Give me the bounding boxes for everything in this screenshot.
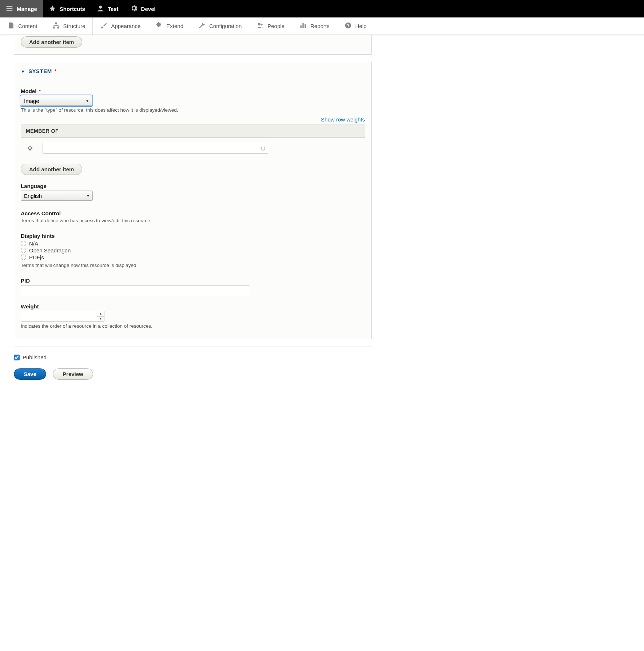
toolbar-sub: Content Structure Appearance Extend Conf…: [0, 17, 644, 35]
required-marker: *: [39, 88, 41, 94]
nav-extend-label: Extend: [166, 23, 183, 29]
toolbar-devel-label: Devel: [141, 6, 156, 12]
nav-structure[interactable]: Structure: [45, 17, 93, 35]
svg-rect-11: [305, 24, 306, 28]
toolbar-devel[interactable]: Devel: [124, 0, 162, 17]
svg-rect-9: [300, 25, 301, 28]
panel-previous: Add another item: [14, 35, 372, 55]
page-icon: [7, 22, 15, 30]
toolbar-manage[interactable]: Manage: [0, 0, 43, 17]
weight-description: Indicates the order of a resource in a c…: [21, 323, 365, 329]
svg-rect-2: [7, 10, 13, 11]
nav-appearance-label: Appearance: [111, 23, 140, 29]
svg-point-8: [261, 24, 263, 25]
model-label: Model *: [21, 88, 365, 94]
svg-point-3: [99, 5, 102, 8]
svg-rect-10: [302, 23, 303, 28]
hierarchy-icon: [52, 22, 60, 30]
nav-people[interactable]: People: [249, 17, 292, 35]
help-icon: ?: [345, 22, 352, 30]
published-label: Published: [23, 354, 47, 360]
svg-text:?: ?: [347, 23, 349, 28]
toolbar-manage-label: Manage: [17, 6, 37, 12]
toolbar-shortcuts-label: Shortcuts: [60, 6, 85, 12]
svg-point-7: [258, 23, 261, 25]
bars-icon: [299, 22, 307, 30]
svg-rect-1: [7, 8, 13, 9]
nav-people-label: People: [267, 23, 285, 29]
nav-content[interactable]: Content: [0, 17, 45, 35]
member-of-row: ✥: [21, 138, 365, 159]
nav-extend[interactable]: Extend: [148, 17, 191, 35]
preview-button[interactable]: Preview: [53, 368, 93, 380]
people-icon: [257, 22, 264, 30]
caret-down-icon: ▼: [21, 69, 25, 74]
brush-icon: [100, 22, 107, 30]
model-description: This is the "type" of resource, this doe…: [21, 107, 365, 113]
pid-label: PID: [21, 277, 365, 284]
display-hints-option-na-label: N/A: [29, 240, 38, 247]
display-hints-description: Terms that will change how this resource…: [21, 263, 365, 268]
nav-help-label: Help: [355, 23, 367, 29]
chevron-down-icon[interactable]: ▼: [97, 317, 104, 322]
svg-rect-4: [55, 23, 57, 24]
system-summary[interactable]: ▼ SYSTEM *: [14, 62, 371, 76]
pid-input[interactable]: [21, 285, 249, 296]
nav-structure-label: Structure: [63, 23, 86, 29]
display-hints-option-pdfjs[interactable]: [21, 255, 26, 260]
toolbar-top: Manage Shortcuts Test Devel: [0, 0, 644, 17]
nav-content-label: Content: [18, 23, 37, 29]
weight-label: Weight: [21, 303, 365, 309]
wrench-icon: [198, 22, 206, 30]
model-select[interactable]: Image: [21, 96, 92, 106]
access-control-description: Terms that define who has access to view…: [21, 218, 365, 223]
system-panel: ▼ SYSTEM * Model * Image This is: [14, 62, 372, 339]
nav-appearance[interactable]: Appearance: [93, 17, 148, 35]
language-select[interactable]: English: [21, 191, 93, 201]
toolbar-shortcuts[interactable]: Shortcuts: [43, 0, 91, 17]
language-label: Language: [21, 183, 365, 189]
nav-reports[interactable]: Reports: [292, 17, 337, 35]
system-details: ▼ SYSTEM * Model * Image This is: [14, 62, 371, 339]
access-control-label: Access Control: [21, 210, 365, 216]
star-icon: [49, 5, 56, 13]
add-another-item-button-1[interactable]: Add another item: [21, 36, 82, 48]
svg-rect-6: [57, 27, 59, 28]
toolbar-user-label: Test: [108, 6, 119, 12]
weight-stepper-buttons[interactable]: ▲ ▼: [97, 311, 104, 321]
display-hints-option-seadragon[interactable]: [21, 248, 26, 253]
weight-stepper[interactable]: ▲ ▼: [21, 311, 104, 322]
nav-configuration[interactable]: Configuration: [191, 17, 249, 35]
required-marker: *: [54, 68, 56, 74]
svg-rect-0: [7, 6, 13, 7]
add-another-item-button-2[interactable]: Add another item: [21, 164, 82, 175]
divider: [14, 347, 372, 347]
svg-rect-5: [53, 27, 55, 28]
published-checkbox[interactable]: [14, 355, 20, 360]
show-row-weights-link[interactable]: Show row weights: [321, 116, 365, 123]
weight-input[interactable]: [21, 311, 97, 321]
chevron-up-icon[interactable]: ▲: [97, 311, 104, 317]
autocomplete-throbber-icon: [261, 146, 265, 151]
display-hints-option-na[interactable]: [21, 241, 26, 246]
display-hints-option-seadragon-label: Open Seadragon: [29, 247, 71, 253]
gear-icon: [130, 5, 138, 13]
toolbar-user[interactable]: Test: [91, 0, 124, 17]
nav-help[interactable]: ? Help: [337, 17, 374, 35]
puzzle-icon: [155, 22, 163, 30]
nav-reports-label: Reports: [310, 23, 330, 29]
display-hints-option-pdfjs-label: PDFjs: [29, 254, 44, 260]
member-of-header: MEMBER OF: [21, 124, 365, 138]
nav-configuration-label: Configuration: [209, 23, 242, 29]
display-hints-label: Display hints: [21, 233, 365, 239]
member-of-input[interactable]: [43, 143, 268, 154]
user-icon: [97, 5, 104, 13]
drag-handle-icon[interactable]: ✥: [24, 144, 35, 152]
system-title: SYSTEM: [28, 68, 52, 74]
hamburger-icon: [6, 5, 13, 13]
save-button[interactable]: Save: [14, 368, 46, 380]
